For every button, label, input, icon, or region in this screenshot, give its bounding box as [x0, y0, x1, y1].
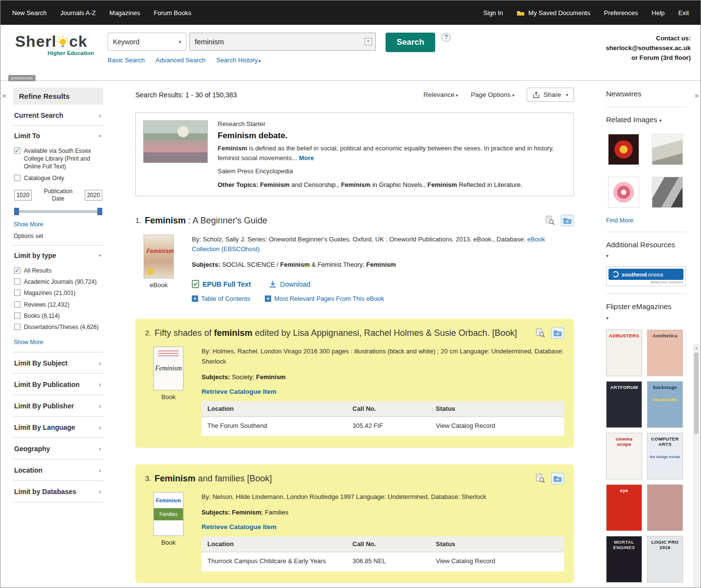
current-search-section[interactable]: Current Search › [13, 105, 103, 126]
collapse-right-icon[interactable]: » [695, 92, 699, 99]
limiter-catalogue-only[interactable]: Catalogue Only [14, 174, 102, 182]
book-cover[interactable]: Feminism [144, 235, 174, 278]
search-input[interactable] [189, 33, 376, 51]
result-title-link[interactable]: Feminism : A Beginner's Guide [145, 215, 536, 226]
magazine-cover-cinema-scope[interactable]: cinema scope [606, 433, 642, 479]
related-images-heading[interactable]: Related Images ▾ [606, 114, 687, 125]
slider-handle-min[interactable] [14, 208, 19, 215]
refine-section-limit-by-subject[interactable]: Limit By Subject› [13, 352, 103, 374]
related-image-pink-rosette[interactable] [608, 177, 639, 208]
add-to-folder-icon[interactable] [551, 473, 564, 484]
magazine-cover-logic-pro-2019[interactable]: LOGIC PRO 2019 [647, 536, 683, 583]
slider-handle-max[interactable] [97, 208, 102, 215]
magazine-cover-artforum[interactable]: ARTFORUM [606, 381, 642, 428]
checkbox[interactable] [14, 324, 20, 330]
type-option-books-8-114[interactable]: Books (8,114) [14, 312, 102, 320]
type-option-all-results[interactable]: All Results [14, 267, 102, 275]
nav-help[interactable]: Help [652, 9, 665, 17]
preview-icon[interactable] [535, 328, 545, 338]
magazine-cover-mortal-engines[interactable]: MORTAL ENGINES [606, 536, 642, 583]
help-icon[interactable]: ? [442, 33, 451, 42]
related-image-protest-crowd[interactable] [652, 177, 683, 208]
refine-section-limit-by-publisher[interactable]: Limit By Publisher› [13, 395, 103, 417]
magazine-cover-aesthetica[interactable]: Aesthetica [647, 330, 683, 376]
clear-search-icon[interactable]: ✕ [365, 38, 372, 45]
magazine-cover-adbusters[interactable]: ADBUSTERS [606, 330, 642, 376]
type-option-academic-journals-90-724[interactable]: Academic Journals (90,724) [14, 278, 102, 286]
nav-new-search[interactable]: New Search [12, 9, 47, 17]
refine-section-limit-by-language[interactable]: Limit By Language› [13, 417, 103, 438]
show-more-limit-to-link[interactable]: Show More [14, 221, 43, 228]
newswires-heading[interactable]: Newswires [606, 89, 687, 99]
type-option-reviews-12-432[interactable]: Reviews (12,432) [14, 301, 102, 309]
epub-full-text-link[interactable]: EPUB Full Text [192, 280, 251, 288]
search-history-link[interactable]: Search History▸ [216, 56, 261, 64]
limiter-full-text[interactable]: Available via South Essex College Librar… [14, 147, 102, 171]
related-image-vintage-photograph[interactable] [652, 134, 683, 165]
research-starter-image[interactable] [143, 120, 208, 163]
pub-date-from-input[interactable] [14, 190, 32, 201]
magazine-cover-computer-arts[interactable]: COMPUTER ARTSthe design trends [647, 433, 683, 479]
sort-dropdown[interactable]: Relevance▾ [424, 91, 458, 98]
result-title-link[interactable]: Fifty shades of feminism edited by Lisa … [155, 327, 527, 339]
view-catalog-record[interactable]: View Catalog Record [430, 552, 564, 571]
southend-on-sea-logo[interactable]: southendonsea BOROUGH COUNCIL [606, 266, 686, 286]
nav-magazines[interactable]: Magazines [110, 9, 140, 17]
retrieve-catalogue-item-link[interactable]: Retrieve Catalogue Item [202, 388, 277, 395]
nav-sign-in[interactable]: Sign In [483, 9, 503, 17]
nav-my-saved-documents[interactable]: My Saved Documents [517, 9, 590, 17]
refine-section-limit-by-publication[interactable]: Limit By Publication› [13, 374, 103, 395]
refine-section-geography[interactable]: Geography› [13, 438, 103, 459]
book-cover[interactable]: Feminism [153, 347, 184, 390]
type-option-magazines-21-001[interactable]: Magazines (21,001) [14, 289, 102, 297]
page-options-dropdown[interactable]: Page Options▾ [471, 91, 514, 98]
table-of-contents-link[interactable]: +Table of Contents [192, 295, 250, 302]
refine-section-limit-by-databases[interactable]: Limit by Databases› [13, 481, 103, 502]
magazine-cover-backstage[interactable]: backstageGOLDEN GIRL [647, 381, 683, 428]
checkbox[interactable] [14, 290, 20, 296]
sidebar-scrollbar[interactable]: ▲ [693, 344, 700, 587]
share-button[interactable]: Share ▾ [527, 88, 574, 102]
nav-preferences[interactable]: Preferences [604, 9, 638, 17]
scroll-up-arrow[interactable]: ▲ [694, 345, 699, 349]
checkbox[interactable] [14, 147, 20, 154]
preview-icon[interactable] [545, 216, 555, 225]
magazine-cover-untitled-7[interactable] [647, 484, 683, 531]
search-button[interactable]: Search [386, 33, 435, 52]
download-link[interactable]: Download [269, 280, 310, 288]
additional-resources-heading[interactable]: Additional Resources ▾ [606, 239, 687, 261]
checkbox[interactable] [14, 267, 20, 274]
pub-date-to-input[interactable] [85, 190, 102, 201]
limit-by-type-heading[interactable]: Limit by type ▾ [13, 246, 103, 263]
nav-exit[interactable]: Exit [678, 9, 689, 17]
checkbox[interactable] [14, 278, 20, 285]
limit-to-heading[interactable]: Limit To ▾ [13, 126, 103, 144]
retrieve-catalogue-item-link[interactable]: Retrieve Catalogue Item [202, 523, 277, 531]
advanced-search-link[interactable]: Advanced Search [156, 56, 206, 64]
search-field-select[interactable]: Keyword ▾ [108, 33, 186, 51]
checkbox[interactable] [14, 312, 20, 319]
related-image-red-black-emblem[interactable] [608, 134, 639, 165]
more-link[interactable]: More [299, 154, 314, 162]
flipster-emagazines-heading[interactable]: Flipster eMagazines ▾ [606, 301, 687, 323]
result-title-link[interactable]: Feminism and families [Book] [155, 473, 527, 484]
refine-section-location[interactable]: Location› [13, 459, 103, 481]
checkbox[interactable] [14, 301, 20, 308]
magazine-cover-eye[interactable]: eye [606, 484, 642, 531]
add-to-folder-icon[interactable] [561, 215, 574, 226]
basic-search-link[interactable]: Basic Search [108, 56, 145, 64]
collapse-left-icon[interactable]: « [2, 92, 6, 99]
publication-date-slider[interactable] [14, 207, 102, 216]
nav-forum-books[interactable]: Forum Books [154, 9, 191, 17]
preview-icon[interactable] [535, 474, 545, 483]
view-catalog-record[interactable]: View Catalog Record [430, 417, 564, 436]
research-starter-title[interactable]: Feminism debate. [218, 131, 566, 141]
show-more-types-link[interactable]: Show More [14, 339, 43, 346]
most-relevant-pages-link[interactable]: +Most Relevant Pages From This eBook [265, 295, 384, 302]
add-to-folder-icon[interactable] [551, 327, 564, 339]
nav-journals-a-z[interactable]: Journals A-Z [60, 9, 96, 17]
type-option-dissertations-theses-4-626[interactable]: Dissertations/Theses (4,626) [14, 323, 102, 331]
find-more-link[interactable]: Find More [606, 217, 633, 224]
checkbox[interactable] [14, 175, 20, 181]
book-cover[interactable]: Feminism Families [153, 492, 184, 536]
